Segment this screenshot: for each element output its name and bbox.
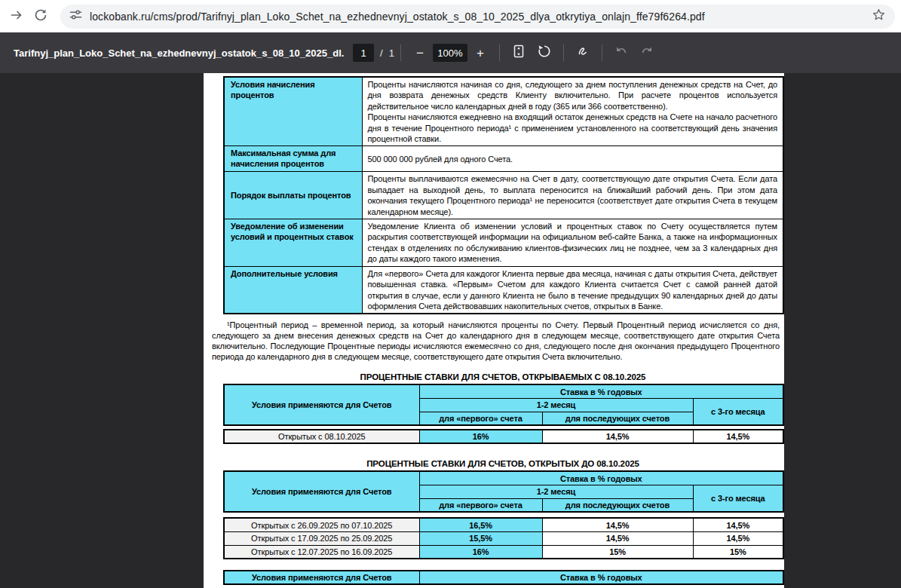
rate-cell: 15% — [542, 545, 693, 559]
pdf-filename: Tarifnyj_plan_Loko_Schet_na_ezhednevnyj_… — [14, 47, 344, 59]
rates-table-header-old: Условия применяются для Счетов Ставка в … — [223, 470, 784, 513]
table-row: Максимальная сумма для начисления процен… — [224, 146, 783, 172]
table-row: Порядок выплаты процентов Проценты выпла… — [224, 172, 783, 219]
zoom-level-input[interactable]: 100% — [433, 44, 467, 62]
pdf-page: Условия начисления процентов Проценты на… — [204, 73, 784, 588]
page-number-input[interactable]: 1 — [353, 44, 374, 62]
site-settings-button[interactable] — [69, 8, 82, 24]
page-separator: / — [380, 47, 383, 59]
toolbar-divider — [602, 44, 602, 61]
browser-toolbar: lockobank.ru/cms/prod/Tarifnyj_plan_Loko… — [0, 0, 901, 32]
row-label: Уведомление об изменении условий и проце… — [224, 219, 362, 267]
url-text: lockobank.ru/cms/prod/Tarifnyj_plan_Loko… — [90, 11, 872, 23]
annotate-button[interactable] — [570, 40, 596, 66]
page-controls: 1 / 1 — [353, 44, 394, 62]
row-value: Проценты выплачиваются ежемесячно на Сче… — [362, 172, 783, 219]
rates-table-title: ПРОЦЕНТНЫЕ СТАВКИ ДЛЯ СЧЕТОВ, ОТКРЫВАЕМЫ… — [223, 372, 783, 381]
header-rate-group: Ставка в % годовых — [419, 471, 783, 485]
header-months-1-2: 1-2 месяц — [419, 485, 693, 498]
condition-cell: Открытых с 17.09.2025 по 25.09.2025 — [224, 531, 419, 545]
header-conditions: Условия применяются для Счетов — [224, 384, 419, 425]
row-value: Проценты начисляются начиная со дня, сле… — [362, 77, 783, 146]
rates-table-header-new: Условия применяются для Счетов Ставка в … — [223, 384, 784, 426]
rotate-icon — [537, 44, 552, 62]
header-from-3rd-month: с 3-го месяца — [693, 485, 783, 512]
row-value: Уведомление Клиента об изменении условий… — [362, 219, 783, 267]
header-conditions: Условия применяются для Счетов — [224, 571, 419, 584]
header-months-1-2: 1-2 месяц — [419, 398, 693, 412]
reload-button[interactable] — [29, 5, 53, 29]
value-paragraph: Проценты начисляются ежедневно на входящ… — [368, 112, 778, 144]
redo-button[interactable] — [634, 40, 660, 66]
condition-cell: Открытых с 08.10.2025 — [224, 430, 419, 443]
toolbar-divider — [563, 44, 564, 61]
header-rate-group: Ставка в % годовых — [419, 571, 783, 584]
condition-cell: Открытых с 12.07.2025 по 16.09.2025 — [224, 545, 419, 559]
forward-arrow-icon — [10, 8, 23, 25]
rates-table-title: ПРОЦЕНТНЫЕ СТАВКИ ДЛЯ СЧЕТОВ, ОТКРЫТЫХ Д… — [223, 459, 783, 468]
fit-page-icon — [511, 44, 526, 62]
rate-cell: 14,5% — [542, 531, 693, 545]
forward-button[interactable] — [5, 5, 29, 29]
pdf-toolbar: Tarifnyj_plan_Loko_Schet_na_ezhednevnyj_… — [0, 32, 901, 73]
value-paragraph: Проценты начисляются начиная со дня, сле… — [368, 79, 778, 112]
row-label: Максимальная сумма для начисления процен… — [224, 146, 362, 172]
rate-cell: 15,5% — [419, 531, 542, 545]
table-row: Открытых с 26.09.2025 по 07.10.2025 16,5… — [224, 518, 783, 531]
table-row: Условия начисления процентов Проценты на… — [224, 77, 783, 146]
fit-page-button[interactable] — [506, 40, 532, 66]
page-count-label: 1 — [389, 47, 394, 59]
rate-cell: 14,5% — [693, 430, 783, 443]
conditions-table: Условия начисления процентов Проценты на… — [223, 76, 784, 314]
table-row: Открытых с 12.07.2025 по 16.09.2025 16% … — [224, 545, 783, 559]
rate-cell: 16% — [419, 545, 542, 559]
rate-cell: 14,5% — [693, 518, 783, 531]
row-value: 500 000 000 рублей для одного Счета. — [362, 146, 783, 172]
zoom-in-button[interactable]: + — [467, 40, 493, 66]
header-subsequent-accounts: для последующих счетов — [542, 412, 693, 425]
rates-table-rows-old: Открытых с 26.09.2025 по 07.10.2025 16,5… — [223, 517, 784, 559]
header-conditions: Условия применяются для Счетов — [224, 471, 419, 512]
table-row: Уведомление об изменении условий и проце… — [224, 219, 783, 267]
rate-cell: 15% — [693, 545, 783, 559]
toolbar-divider — [400, 44, 401, 61]
header-from-3rd-month: с 3-го месяца — [693, 398, 783, 425]
table-row: Открытых с 08.10.2025 16% 14,5% 14,5% — [224, 430, 783, 443]
pdf-viewer: Условия начисления процентов Проценты на… — [0, 73, 901, 588]
undo-icon — [614, 44, 629, 62]
redo-icon — [639, 44, 654, 62]
table-row: Дополнительные условия Для «первого» Сче… — [224, 266, 783, 314]
zoom-out-button[interactable]: − — [407, 40, 433, 66]
rate-cell: 16% — [419, 430, 542, 443]
footnote: ¹Процентный период – временной период, з… — [212, 320, 780, 362]
toolbar-divider — [499, 44, 500, 61]
rate-cell: 16,5% — [419, 518, 542, 531]
header-subsequent-accounts: для последующих счетов — [542, 498, 693, 512]
header-first-account: для «первого» счета — [419, 498, 542, 512]
tune-icon — [69, 8, 82, 24]
reload-icon — [34, 8, 48, 25]
rate-cell: 14,5% — [693, 531, 783, 545]
single-rate-table-header: Условия применяются для Счетов Ставка в … — [223, 570, 784, 585]
header-first-account: для «первого» счета — [419, 412, 542, 425]
pen-icon — [575, 44, 590, 62]
row-label: Порядок выплаты процентов — [224, 172, 362, 219]
row-label: Дополнительные условия — [224, 266, 362, 314]
minus-icon: − — [416, 47, 424, 60]
rate-cell: 14,5% — [542, 430, 693, 443]
bookmark-button[interactable] — [872, 8, 886, 25]
header-rate-group: Ставка в % годовых — [419, 384, 783, 398]
row-label: Условия начисления процентов — [224, 77, 362, 146]
rate-cell: 14,5% — [542, 518, 693, 531]
table-row: Открытых с 17.09.2025 по 25.09.2025 15,5… — [224, 531, 783, 545]
rates-table-rows-new: Открытых с 08.10.2025 16% 14,5% 14,5% — [223, 429, 784, 444]
star-icon — [872, 8, 886, 25]
condition-cell: Открытых с 26.09.2025 по 07.10.2025 — [224, 518, 419, 531]
undo-button[interactable] — [608, 40, 634, 66]
rotate-button[interactable] — [532, 40, 557, 66]
plus-icon: + — [477, 47, 484, 60]
omnibox[interactable]: lockobank.ru/cms/prod/Tarifnyj_plan_Loko… — [60, 5, 895, 29]
row-value: Для «первого» Счета для каждогог Клиента… — [362, 266, 783, 314]
